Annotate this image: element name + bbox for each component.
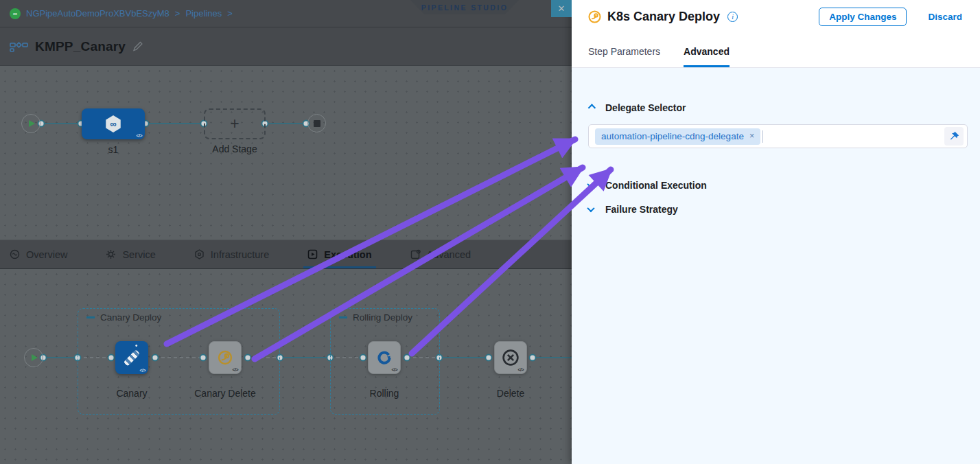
chevron-down-icon (587, 181, 594, 188)
step-label: Canary (116, 388, 147, 399)
tab-label: Advanced (427, 249, 471, 260)
group-name: Canary Deploy (100, 312, 161, 323)
execution-start-node[interactable] (24, 348, 43, 367)
close-icon: ✕ (558, 3, 565, 14)
section-failure-strategy[interactable]: Failure Strategy (588, 204, 968, 215)
pipeline-studio-screen: ∞ NGPipeAutoDemoProXBVbESzyM8 > Pipeline… (0, 0, 980, 464)
pin-icon (949, 131, 959, 141)
play-icon (29, 120, 35, 127)
breadcrumb-separator: > (175, 8, 180, 19)
step-label: Canary Delete (194, 388, 256, 399)
breadcrumb-pipelines[interactable]: Pipelines (185, 8, 222, 19)
tab-label: Service (122, 249, 155, 260)
delegate-chip-label: automation-pipeline-cdng-delegate (601, 131, 744, 141)
pin-button[interactable] (944, 127, 964, 146)
project-icon: ∞ (10, 8, 21, 19)
panel-tabs: Step Parameters Advanced (572, 34, 980, 68)
tab-infrastructure[interactable]: Infrastructure (194, 240, 269, 268)
step-node-canary[interactable]: </> (115, 341, 148, 374)
plus-icon: + (230, 115, 239, 133)
stop-icon (314, 120, 320, 127)
discard-button[interactable]: Discard (928, 12, 962, 22)
canary-deploy-icon (124, 349, 141, 367)
text-caret (762, 130, 763, 143)
advanced-icon (410, 249, 421, 259)
stage-graph-canvas: ∞ </> s1 + Add Stage (0, 66, 572, 240)
tab-execution[interactable]: Execution (307, 240, 371, 268)
add-stage-label: Add Stage (212, 143, 257, 154)
stage-start-node[interactable] (21, 114, 40, 133)
collapse-group-icon[interactable] (86, 316, 95, 318)
collapse-group-icon[interactable] (339, 316, 347, 318)
rolling-deploy-icon (377, 350, 392, 365)
pipeline-studio-badge: PIPELINE STUDIO (410, 0, 519, 14)
breadcrumb-separator: > (227, 8, 233, 19)
edit-pencil-icon[interactable] (132, 41, 143, 51)
breadcrumb-bar: ∞ NGPipeAutoDemoProXBVbESzyM8 > Pipeline… (0, 0, 572, 27)
tab-advanced[interactable]: Advanced (684, 46, 730, 67)
breadcrumb-project[interactable]: NGPipeAutoDemoProXBVbESzyM8 (26, 8, 170, 19)
overview-icon (10, 249, 20, 259)
delegate-chip: automation-pipeline-cdng-delegate × (595, 128, 760, 145)
execution-graph-canvas: Canary Deploy Rolling Deploy </> Canary … (0, 269, 572, 463)
delete-step-icon (502, 349, 520, 367)
tab-label: Overview (26, 249, 67, 260)
service-gear-icon (106, 249, 116, 259)
code-icon: </> (391, 367, 397, 372)
chevron-up-icon (588, 104, 596, 111)
stage-tabstrip: Overview Service Infrastructure (0, 240, 572, 269)
tab-service[interactable]: Service (106, 240, 155, 268)
pipeline-studio-pane: ∞ NGPipeAutoDemoProXBVbESzyM8 > Pipeline… (0, 0, 572, 464)
code-icon: </> (517, 367, 524, 372)
code-icon: </> (136, 133, 142, 138)
stage-connectors (0, 66, 572, 240)
code-icon: </> (139, 368, 145, 373)
step-node-canary-delete[interactable]: </> (209, 341, 242, 374)
tab-overview[interactable]: Overview (10, 240, 67, 268)
section-conditional-execution[interactable]: Conditional Execution (588, 180, 968, 191)
section-label: Delegate Selector (605, 102, 686, 113)
deploy-stage-icon: ∞ (105, 115, 122, 132)
infrastructure-icon (194, 249, 205, 259)
tab-label: Infrastructure (211, 249, 269, 260)
step-label: Rolling (370, 388, 399, 399)
pipeline-graph-icon (10, 40, 28, 52)
delegate-selector-input[interactable]: automation-pipeline-cdng-delegate × (588, 124, 968, 148)
remove-chip-icon[interactable]: × (749, 132, 754, 141)
code-icon: </> (232, 367, 238, 372)
section-delegate-selector[interactable]: Delegate Selector (588, 102, 968, 113)
panel-body: Delegate Selector automation-pipeline-cd… (572, 68, 980, 464)
group-name: Rolling Deploy (353, 312, 412, 323)
stage-end-node (307, 114, 326, 132)
step-label: Delete (497, 388, 524, 399)
info-icon[interactable]: i (727, 12, 738, 22)
step-node-delete[interactable]: </> (494, 341, 527, 374)
apply-changes-button[interactable]: Apply Changes (819, 8, 907, 26)
tab-advanced[interactable]: Advanced (410, 240, 471, 268)
panel-header: K8s Canary Deploy i Apply Changes Discar… (572, 0, 980, 34)
chevron-down-icon (587, 205, 594, 212)
step-node-rolling[interactable]: </> (368, 341, 401, 374)
add-stage-button[interactable]: + (204, 108, 266, 139)
close-drawer-button[interactable]: ✕ (551, 0, 572, 17)
step-config-panel: K8s Canary Deploy i Apply Changes Discar… (572, 0, 980, 464)
tab-label: Execution (324, 249, 371, 260)
pipeline-name: KMPP_Canary (35, 39, 126, 54)
k8s-canary-step-icon (588, 10, 601, 23)
section-label: Failure Strategy (605, 204, 678, 215)
section-label: Conditional Execution (605, 180, 707, 191)
step-title: K8s Canary Deploy (607, 10, 720, 24)
tab-step-parameters[interactable]: Step Parameters (588, 46, 660, 67)
group-header-rolling-deploy: Rolling Deploy (339, 312, 412, 323)
pipeline-title-bar: KMPP_Canary VISUAL YAML (0, 27, 572, 66)
group-header-canary-deploy: Canary Deploy (86, 312, 161, 323)
execution-icon (307, 249, 318, 259)
stage-label: s1 (108, 144, 119, 155)
stage-node-s1[interactable]: ∞ </> (82, 108, 145, 139)
canary-delete-icon (218, 350, 233, 365)
play-icon (32, 354, 38, 361)
